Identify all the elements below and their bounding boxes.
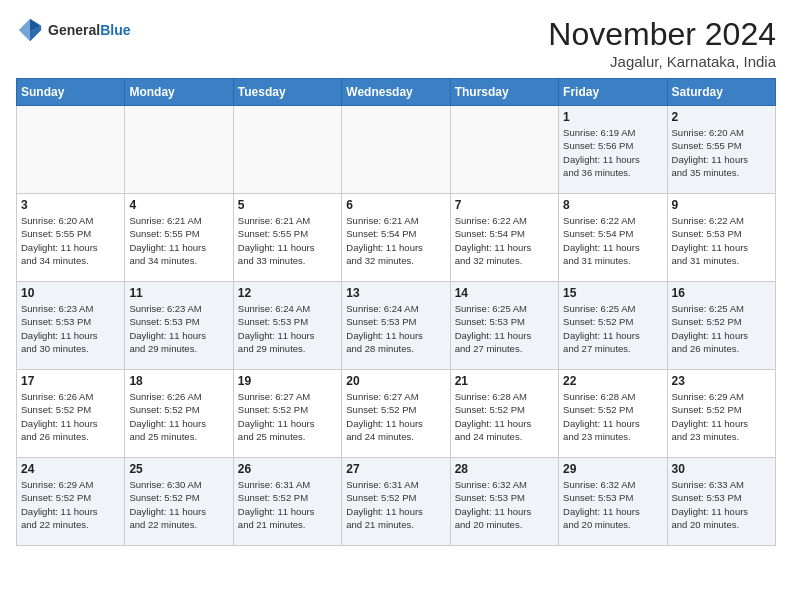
calendar-cell bbox=[17, 106, 125, 194]
calendar-cell: 27Sunrise: 6:31 AM Sunset: 5:52 PM Dayli… bbox=[342, 458, 450, 546]
weekday-header-row: SundayMondayTuesdayWednesdayThursdayFrid… bbox=[17, 79, 776, 106]
calendar-body: 1Sunrise: 6:19 AM Sunset: 5:56 PM Daylig… bbox=[17, 106, 776, 546]
day-number: 14 bbox=[455, 286, 554, 300]
day-info: Sunrise: 6:27 AM Sunset: 5:52 PM Dayligh… bbox=[238, 390, 337, 443]
logo-general: General bbox=[48, 22, 100, 38]
calendar-week-1: 1Sunrise: 6:19 AM Sunset: 5:56 PM Daylig… bbox=[17, 106, 776, 194]
calendar-week-2: 3Sunrise: 6:20 AM Sunset: 5:55 PM Daylig… bbox=[17, 194, 776, 282]
day-number: 19 bbox=[238, 374, 337, 388]
calendar-cell: 16Sunrise: 6:25 AM Sunset: 5:52 PM Dayli… bbox=[667, 282, 775, 370]
calendar-cell: 1Sunrise: 6:19 AM Sunset: 5:56 PM Daylig… bbox=[559, 106, 667, 194]
day-info: Sunrise: 6:29 AM Sunset: 5:52 PM Dayligh… bbox=[21, 478, 120, 531]
day-info: Sunrise: 6:31 AM Sunset: 5:52 PM Dayligh… bbox=[238, 478, 337, 531]
weekday-header-wednesday: Wednesday bbox=[342, 79, 450, 106]
calendar-cell: 22Sunrise: 6:28 AM Sunset: 5:52 PM Dayli… bbox=[559, 370, 667, 458]
day-info: Sunrise: 6:26 AM Sunset: 5:52 PM Dayligh… bbox=[21, 390, 120, 443]
day-info: Sunrise: 6:26 AM Sunset: 5:52 PM Dayligh… bbox=[129, 390, 228, 443]
calendar-cell: 23Sunrise: 6:29 AM Sunset: 5:52 PM Dayli… bbox=[667, 370, 775, 458]
day-info: Sunrise: 6:28 AM Sunset: 5:52 PM Dayligh… bbox=[455, 390, 554, 443]
logo-icon bbox=[16, 16, 44, 44]
calendar-cell: 19Sunrise: 6:27 AM Sunset: 5:52 PM Dayli… bbox=[233, 370, 341, 458]
day-info: Sunrise: 6:28 AM Sunset: 5:52 PM Dayligh… bbox=[563, 390, 662, 443]
calendar-header: SundayMondayTuesdayWednesdayThursdayFrid… bbox=[17, 79, 776, 106]
calendar-cell: 18Sunrise: 6:26 AM Sunset: 5:52 PM Dayli… bbox=[125, 370, 233, 458]
day-number: 16 bbox=[672, 286, 771, 300]
day-info: Sunrise: 6:24 AM Sunset: 5:53 PM Dayligh… bbox=[238, 302, 337, 355]
calendar-cell bbox=[233, 106, 341, 194]
day-number: 13 bbox=[346, 286, 445, 300]
weekday-header-saturday: Saturday bbox=[667, 79, 775, 106]
day-number: 18 bbox=[129, 374, 228, 388]
day-number: 30 bbox=[672, 462, 771, 476]
calendar-cell: 12Sunrise: 6:24 AM Sunset: 5:53 PM Dayli… bbox=[233, 282, 341, 370]
title-block: November 2024 Jagalur, Karnataka, India bbox=[548, 16, 776, 70]
calendar-cell: 2Sunrise: 6:20 AM Sunset: 5:55 PM Daylig… bbox=[667, 106, 775, 194]
day-number: 7 bbox=[455, 198, 554, 212]
day-number: 3 bbox=[21, 198, 120, 212]
calendar-week-4: 17Sunrise: 6:26 AM Sunset: 5:52 PM Dayli… bbox=[17, 370, 776, 458]
month-title: November 2024 bbox=[548, 16, 776, 53]
day-info: Sunrise: 6:25 AM Sunset: 5:53 PM Dayligh… bbox=[455, 302, 554, 355]
day-info: Sunrise: 6:29 AM Sunset: 5:52 PM Dayligh… bbox=[672, 390, 771, 443]
day-info: Sunrise: 6:27 AM Sunset: 5:52 PM Dayligh… bbox=[346, 390, 445, 443]
calendar-week-5: 24Sunrise: 6:29 AM Sunset: 5:52 PM Dayli… bbox=[17, 458, 776, 546]
location: Jagalur, Karnataka, India bbox=[548, 53, 776, 70]
weekday-header-thursday: Thursday bbox=[450, 79, 558, 106]
day-number: 5 bbox=[238, 198, 337, 212]
calendar-cell: 25Sunrise: 6:30 AM Sunset: 5:52 PM Dayli… bbox=[125, 458, 233, 546]
weekday-header-tuesday: Tuesday bbox=[233, 79, 341, 106]
logo: GeneralBlue bbox=[16, 16, 130, 44]
day-number: 15 bbox=[563, 286, 662, 300]
day-info: Sunrise: 6:21 AM Sunset: 5:54 PM Dayligh… bbox=[346, 214, 445, 267]
logo-text: GeneralBlue bbox=[48, 22, 130, 39]
weekday-header-monday: Monday bbox=[125, 79, 233, 106]
calendar-cell: 28Sunrise: 6:32 AM Sunset: 5:53 PM Dayli… bbox=[450, 458, 558, 546]
calendar-cell: 4Sunrise: 6:21 AM Sunset: 5:55 PM Daylig… bbox=[125, 194, 233, 282]
day-info: Sunrise: 6:21 AM Sunset: 5:55 PM Dayligh… bbox=[129, 214, 228, 267]
day-info: Sunrise: 6:25 AM Sunset: 5:52 PM Dayligh… bbox=[563, 302, 662, 355]
calendar-cell: 26Sunrise: 6:31 AM Sunset: 5:52 PM Dayli… bbox=[233, 458, 341, 546]
day-number: 23 bbox=[672, 374, 771, 388]
day-number: 17 bbox=[21, 374, 120, 388]
calendar-cell: 13Sunrise: 6:24 AM Sunset: 5:53 PM Dayli… bbox=[342, 282, 450, 370]
day-number: 27 bbox=[346, 462, 445, 476]
day-info: Sunrise: 6:33 AM Sunset: 5:53 PM Dayligh… bbox=[672, 478, 771, 531]
day-number: 20 bbox=[346, 374, 445, 388]
calendar-cell: 24Sunrise: 6:29 AM Sunset: 5:52 PM Dayli… bbox=[17, 458, 125, 546]
day-number: 26 bbox=[238, 462, 337, 476]
calendar-cell: 14Sunrise: 6:25 AM Sunset: 5:53 PM Dayli… bbox=[450, 282, 558, 370]
calendar-table: SundayMondayTuesdayWednesdayThursdayFrid… bbox=[16, 78, 776, 546]
weekday-header-friday: Friday bbox=[559, 79, 667, 106]
day-info: Sunrise: 6:32 AM Sunset: 5:53 PM Dayligh… bbox=[563, 478, 662, 531]
day-info: Sunrise: 6:20 AM Sunset: 5:55 PM Dayligh… bbox=[672, 126, 771, 179]
calendar-cell: 10Sunrise: 6:23 AM Sunset: 5:53 PM Dayli… bbox=[17, 282, 125, 370]
calendar-cell bbox=[342, 106, 450, 194]
calendar-cell: 17Sunrise: 6:26 AM Sunset: 5:52 PM Dayli… bbox=[17, 370, 125, 458]
calendar-cell: 8Sunrise: 6:22 AM Sunset: 5:54 PM Daylig… bbox=[559, 194, 667, 282]
day-info: Sunrise: 6:25 AM Sunset: 5:52 PM Dayligh… bbox=[672, 302, 771, 355]
calendar-cell: 11Sunrise: 6:23 AM Sunset: 5:53 PM Dayli… bbox=[125, 282, 233, 370]
page-header: GeneralBlue November 2024 Jagalur, Karna… bbox=[16, 16, 776, 70]
calendar-cell: 7Sunrise: 6:22 AM Sunset: 5:54 PM Daylig… bbox=[450, 194, 558, 282]
day-info: Sunrise: 6:21 AM Sunset: 5:55 PM Dayligh… bbox=[238, 214, 337, 267]
calendar-cell: 6Sunrise: 6:21 AM Sunset: 5:54 PM Daylig… bbox=[342, 194, 450, 282]
calendar-cell bbox=[450, 106, 558, 194]
day-info: Sunrise: 6:22 AM Sunset: 5:54 PM Dayligh… bbox=[563, 214, 662, 267]
day-number: 11 bbox=[129, 286, 228, 300]
day-number: 29 bbox=[563, 462, 662, 476]
calendar-cell: 9Sunrise: 6:22 AM Sunset: 5:53 PM Daylig… bbox=[667, 194, 775, 282]
day-info: Sunrise: 6:30 AM Sunset: 5:52 PM Dayligh… bbox=[129, 478, 228, 531]
calendar-cell: 3Sunrise: 6:20 AM Sunset: 5:55 PM Daylig… bbox=[17, 194, 125, 282]
day-number: 22 bbox=[563, 374, 662, 388]
calendar-cell: 29Sunrise: 6:32 AM Sunset: 5:53 PM Dayli… bbox=[559, 458, 667, 546]
day-number: 25 bbox=[129, 462, 228, 476]
day-number: 10 bbox=[21, 286, 120, 300]
day-number: 9 bbox=[672, 198, 771, 212]
day-number: 6 bbox=[346, 198, 445, 212]
day-info: Sunrise: 6:19 AM Sunset: 5:56 PM Dayligh… bbox=[563, 126, 662, 179]
day-info: Sunrise: 6:23 AM Sunset: 5:53 PM Dayligh… bbox=[21, 302, 120, 355]
logo-blue: Blue bbox=[100, 22, 130, 38]
day-number: 28 bbox=[455, 462, 554, 476]
day-number: 4 bbox=[129, 198, 228, 212]
day-info: Sunrise: 6:24 AM Sunset: 5:53 PM Dayligh… bbox=[346, 302, 445, 355]
